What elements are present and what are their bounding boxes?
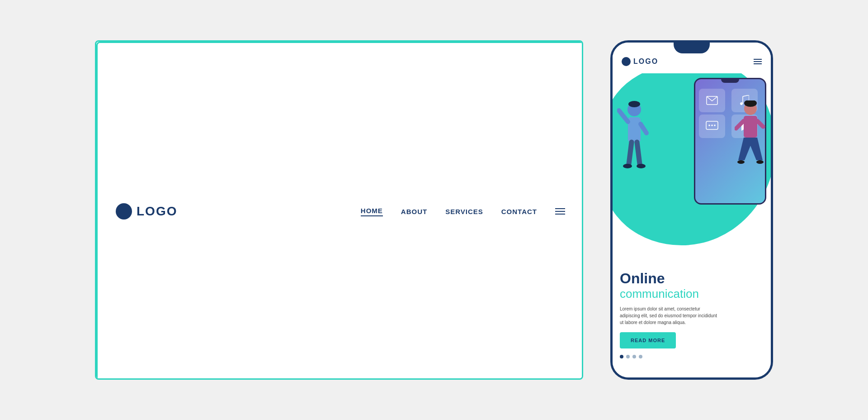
mobile-notch: [674, 43, 710, 53]
nav-home[interactable]: HOME: [361, 207, 383, 216]
mobile-woman-figure: [735, 100, 766, 168]
mobile-content: LOGO: [613, 43, 771, 377]
svg-line-40: [629, 142, 632, 164]
mobile-logo-text: LOGO: [633, 57, 658, 66]
desktop-nav: HOME ABOUT SERVICES CONTACT: [361, 207, 565, 216]
mobile-hero-title1: Online: [620, 270, 719, 287]
svg-line-38: [619, 110, 628, 122]
mobile-pagination-dots: [620, 355, 719, 358]
mobile-logo-area: LOGO: [622, 57, 658, 66]
mobile-main: Online communication Lorem ipsum dolor s…: [613, 73, 771, 377]
logo-text: LOGO: [137, 204, 177, 219]
svg-point-32: [708, 124, 710, 126]
mobile-dot-3[interactable]: [632, 355, 636, 358]
mobile-mockup: LOGO: [610, 40, 773, 380]
svg-line-30: [743, 95, 749, 96]
desktop-header: LOGO HOME ABOUT SERVICES CONTACT: [96, 42, 583, 380]
svg-line-39: [641, 124, 646, 133]
mobile-man-figure: [617, 100, 653, 173]
mobile-dot-1[interactable]: [620, 355, 623, 358]
nav-services[interactable]: SERVICES: [445, 208, 483, 215]
svg-point-34: [714, 124, 716, 126]
svg-point-42: [623, 164, 632, 168]
hamburger-menu-icon[interactable]: [555, 208, 565, 215]
svg-line-47: [736, 121, 744, 129]
svg-rect-46: [744, 116, 757, 138]
nav-contact[interactable]: CONTACT: [501, 208, 537, 215]
mobile-email-tile: [699, 89, 725, 112]
svg-point-50: [756, 160, 764, 164]
desktop-mockup: LOGO HOME ABOUT SERVICES CONTACT Online …: [95, 40, 583, 380]
mobile-phone-notch: [721, 79, 739, 83]
svg-point-43: [637, 164, 646, 168]
mobile-read-more-button[interactable]: READ MORE: [620, 332, 676, 348]
mobile-hero-description: Lorem ipsum dolor sit amet, consectetur …: [620, 305, 719, 326]
mobile-dot-2[interactable]: [626, 355, 630, 358]
logo-area: LOGO: [116, 203, 177, 220]
nav-about[interactable]: ABOUT: [401, 208, 427, 215]
mobile-chat-tile: [699, 115, 725, 138]
svg-line-41: [637, 142, 640, 164]
svg-point-49: [737, 160, 745, 164]
mobile-dot-4[interactable]: [639, 355, 642, 358]
mobile-logo-dot-icon: [622, 57, 631, 66]
svg-point-44: [628, 101, 640, 107]
mobile-hamburger-icon[interactable]: [754, 59, 762, 64]
page-wrapper: LOGO HOME ABOUT SERVICES CONTACT Online …: [77, 22, 791, 398]
mobile-hero-text: Online communication Lorem ipsum dolor s…: [620, 270, 719, 358]
svg-line-48: [757, 121, 763, 127]
svg-point-33: [711, 124, 713, 126]
mobile-hero-title2: communication: [620, 287, 719, 301]
logo-dot-icon: [116, 203, 132, 220]
